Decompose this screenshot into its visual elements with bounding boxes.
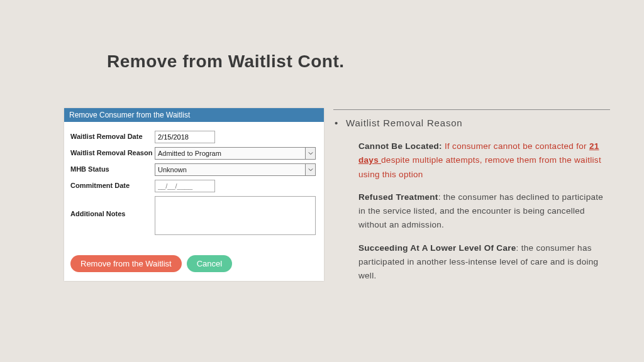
- reason-refused-treatment: Refused Treatment: the consumer has decl…: [333, 190, 610, 233]
- explanation-column: • Waitlist Removal Reason Cannot Be Loca…: [333, 109, 610, 292]
- row-removal-date: Waitlist Removal Date: [70, 131, 318, 143]
- label-commitment-date: Commitment Date: [70, 180, 155, 190]
- select-mhb-status-value: Unknown: [155, 166, 305, 173]
- row-removal-reason: Waitlist Removal Reason Admitted to Prog…: [70, 147, 318, 160]
- label-mhb-status: MHB Status: [70, 163, 155, 173]
- bullet-waitlist-removal-reason: • Waitlist Removal Reason: [333, 118, 610, 128]
- reason-text-post: despite multiple attempts, remove them f…: [358, 155, 601, 178]
- remove-from-waitlist-button[interactable]: Remove from the Waitlist: [70, 255, 182, 272]
- form-button-row: Remove from the Waitlist Cancel: [64, 250, 324, 281]
- textarea-additional-notes[interactable]: [155, 196, 316, 235]
- label-additional-notes: Additional Notes: [70, 196, 155, 218]
- reason-label: Refused Treatment: [358, 192, 438, 202]
- reason-succeeding-lower-level: Succeeding At A Lower Level Of Care: the…: [333, 241, 610, 283]
- reason-label: Succeeding At A Lower Level Of Care: [358, 243, 516, 253]
- form-body: Waitlist Removal Date Waitlist Removal R…: [64, 122, 324, 250]
- chevron-down-icon: [305, 148, 315, 159]
- reason-text-pre: If consumer cannot be contacted for: [442, 141, 589, 151]
- row-additional-notes: Additional Notes: [70, 196, 318, 238]
- row-mhb-status: MHB Status Unknown: [70, 163, 318, 176]
- reason-label: Cannot Be Located:: [358, 141, 442, 151]
- input-commitment-date[interactable]: [155, 180, 215, 192]
- bullet-text: Waitlist Removal Reason: [346, 118, 462, 128]
- waitlist-removal-form: Remove Consumer from the Waitlist Waitli…: [64, 108, 324, 281]
- row-commitment-date: Commitment Date: [70, 180, 318, 192]
- label-removal-date: Waitlist Removal Date: [70, 131, 155, 141]
- divider: [333, 109, 610, 110]
- cancel-button[interactable]: Cancel: [187, 255, 232, 272]
- input-removal-date[interactable]: [155, 131, 215, 143]
- select-mhb-status[interactable]: Unknown: [155, 163, 316, 176]
- bullet-icon: •: [333, 118, 338, 128]
- label-removal-reason: Waitlist Removal Reason: [70, 147, 155, 157]
- select-removal-reason[interactable]: Admitted to Program: [155, 147, 316, 160]
- slide-title: Remove from Waitlist Cont.: [107, 52, 345, 72]
- select-removal-reason-value: Admitted to Program: [155, 150, 305, 157]
- form-header: Remove Consumer from the Waitlist: [64, 108, 324, 122]
- chevron-down-icon: [305, 164, 315, 175]
- reason-cannot-be-located: Cannot Be Located: If consumer cannot be…: [333, 140, 610, 182]
